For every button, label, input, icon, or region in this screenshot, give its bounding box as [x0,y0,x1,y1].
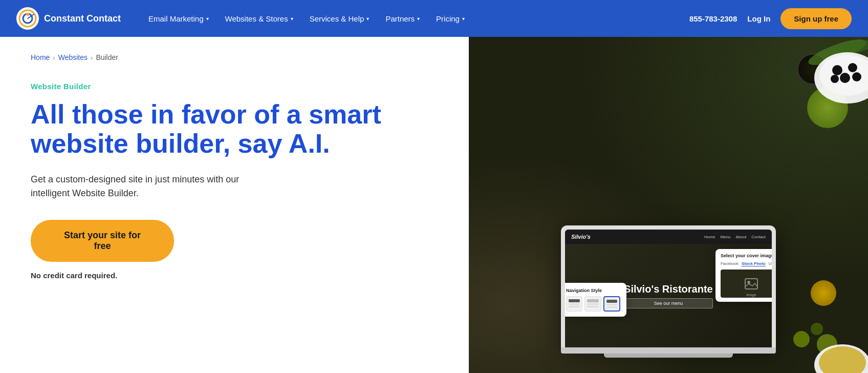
food-decoration-olives [807,87,848,128]
chevron-down-icon: ▾ [462,16,465,22]
mockup-nav-home: Home [704,235,715,239]
food-decoration-bowl [797,54,828,85]
phone-number: 855-783-2308 [689,14,737,23]
cover-options: Facebook Stock Photo Upload [721,261,772,266]
nav-style-title: Navigation Style [566,288,620,293]
nav-right: 855-783-2308 Log In Sign up free [689,8,852,29]
breadcrumb-websites[interactable]: Websites [58,53,88,61]
main-content: Home › Websites › Builder Website Builde… [0,37,868,373]
laptop-screen: Silvio's Home Menu About Contact Silvio'… [565,230,772,347]
no-card-label: No credit card required. [31,271,438,280]
mockup-restaurant-name: Silvio's Ristorante [624,283,713,295]
nav-services-help[interactable]: Services & Help ▾ [302,10,377,27]
nav-websites-stores[interactable]: Websites & Stores ▾ [218,10,300,27]
chevron-down-icon: ▾ [206,16,209,22]
navbar: Constant Contact Email Marketing ▾ Websi… [0,0,868,37]
left-panel: Home › Websites › Builder Website Builde… [0,37,469,373]
laptop-base [561,347,776,354]
right-panel: Silvio's Home Menu About Contact Silvio'… [469,37,868,373]
nav-partners[interactable]: Partners ▾ [378,10,427,27]
nav-style-popup: Navigation Style [565,283,626,317]
cover-image-popup: Select your cover image Facebook Stock P… [715,249,772,302]
logo[interactable]: Constant Contact [16,7,121,30]
food-decoration-olive-yellow [811,280,836,306]
cover-option-facebook[interactable]: Facebook [721,261,739,266]
nav-style-option-2[interactable] [584,296,601,312]
chevron-down-icon: ▾ [366,16,369,22]
mockup-nav-bar: Silvio's Home Menu About Contact [565,230,772,244]
mockup-see-menu: See our menu [624,298,713,308]
mockup-nav-contact: Contact [751,235,766,239]
mockup-content: Silvio's Ristorante See our menu Navigat… [565,244,772,347]
mockup-site-name: Silvio's [571,234,591,240]
cover-image-preview: Image [721,270,772,298]
mockup-nav-about: About [735,235,746,239]
svg-point-3 [26,13,29,16]
nav-style-option-3[interactable] [603,296,620,312]
nav-email-marketing[interactable]: Email Marketing ▾ [141,10,216,27]
svg-point-21 [747,281,750,284]
breadcrumb: Home › Websites › Builder [31,53,438,61]
signup-button[interactable]: Sign up free [780,8,852,29]
cover-popup-title: Select your cover image [721,253,772,258]
nav-style-option-1[interactable] [566,296,582,312]
laptop-foot [604,354,733,358]
mockup-nav-menu: Menu [720,235,730,239]
mockup-nav-items: Home Menu About Contact [704,235,766,239]
image-icon [744,277,758,291]
nav-style-options [566,296,620,312]
breadcrumb-separator-1: › [53,54,55,61]
breadcrumb-separator-2: › [91,54,93,61]
laptop-outer: Silvio's Home Menu About Contact Silvio'… [561,225,776,347]
cover-label: Image [746,293,756,297]
laptop-mockup: Silvio's Home Menu About Contact Silvio'… [561,225,776,358]
mockup-restaurant-info: Silvio's Ristorante See our menu [624,283,713,308]
cta-button[interactable]: Start your site for free [31,220,174,262]
cover-option-stock[interactable]: Stock Photo [742,261,766,266]
section-label: Website Builder [31,82,438,91]
chevron-down-icon: ▾ [291,16,293,22]
breadcrumb-current: Builder [96,53,118,61]
hero-title: All those in favor of a smart website bu… [31,100,438,158]
hero-subtitle: Get a custom-designed site in just minut… [31,173,246,200]
brand-name: Constant Contact [44,13,121,24]
cover-option-upload[interactable]: Upload [769,261,772,266]
login-link[interactable]: Log In [747,14,770,23]
logo-icon [16,7,39,30]
breadcrumb-home[interactable]: Home [31,53,50,61]
nav-links: Email Marketing ▾ Websites & Stores ▾ Se… [141,10,689,27]
chevron-down-icon: ▾ [417,16,420,22]
nav-pricing[interactable]: Pricing ▾ [429,10,472,27]
